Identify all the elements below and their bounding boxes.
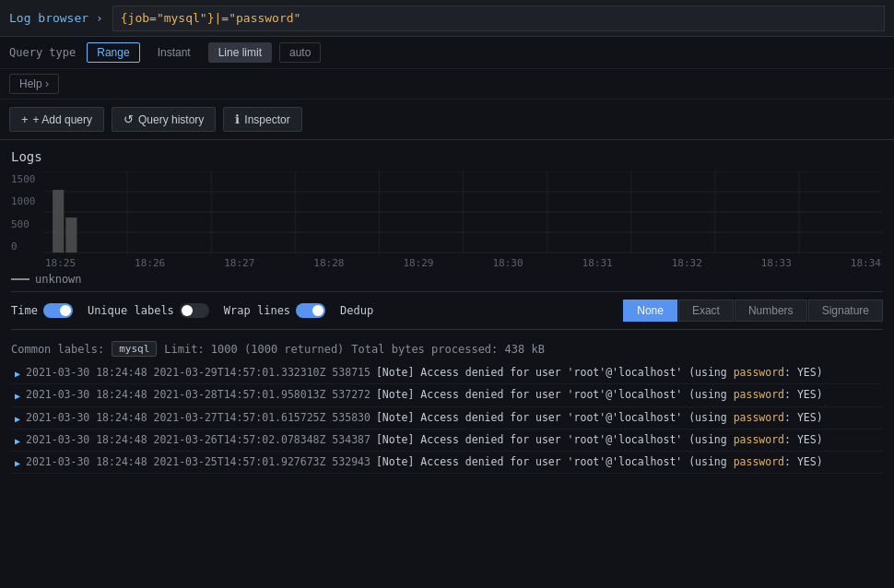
password-highlight: password (734, 433, 784, 446)
log-timestamp: 2021-03-30 18:24:48 2021-03-27T14:57:01.… (26, 410, 371, 426)
query-input[interactable] (112, 6, 885, 31)
time-label: Time (11, 304, 38, 317)
dedup-control: Dedup (340, 304, 373, 317)
log-browser-link[interactable]: Log browser › (9, 11, 103, 25)
chevron-right-icon: › (96, 11, 103, 25)
dedup-exact-button[interactable]: Exact (678, 300, 734, 322)
time-control: Time (11, 303, 73, 318)
add-query-button[interactable]: + + Add query (9, 107, 104, 132)
log-timestamp: 2021-03-30 18:24:48 2021-03-26T14:57:02.… (26, 432, 371, 448)
controls-row: Time Unique labels Wrap lines Dedup None… (11, 291, 883, 330)
log-expand-icon[interactable]: ▶ (15, 412, 20, 426)
unknown-legend: unknown (11, 273, 883, 286)
y-axis: 1500 1000 500 0 (11, 171, 43, 254)
mysql-badge: mysql (112, 341, 157, 357)
time-toggle[interactable] (43, 303, 73, 318)
log-body: [Note] Access denied for user 'root'@'lo… (376, 454, 879, 470)
log-row[interactable]: ▶ 2021-03-30 18:24:48 2021-03-27T14:57:0… (11, 407, 883, 429)
tab-range[interactable]: Range (87, 42, 139, 63)
wrap-lines-control: Wrap lines (224, 303, 325, 318)
wrap-lines-label: Wrap lines (224, 304, 290, 317)
bytes-text: Total bytes processed: 438 kB (351, 343, 545, 356)
log-timestamp: 2021-03-30 18:24:48 2021-03-28T14:57:01.… (26, 387, 371, 403)
query-type-label: Query type (9, 46, 76, 59)
password-highlight: password (734, 366, 784, 379)
main-content: Logs 1500 1000 500 0 (0, 140, 894, 483)
common-labels-label: Common labels: (11, 343, 104, 356)
log-timestamp: 2021-03-30 18:24:48 2021-03-29T14:57:01.… (26, 365, 371, 381)
log-body: [Note] Access denied for user 'root'@'lo… (376, 432, 879, 448)
query-type-row: Query type Range Instant Line limit auto (0, 37, 894, 69)
header-bar: Log browser › (0, 0, 894, 37)
legend-unknown-label: unknown (35, 273, 82, 286)
tab-line-limit[interactable]: Line limit (208, 42, 272, 63)
chart-area: 1500 1000 500 0 (11, 171, 883, 282)
inspector-button[interactable]: ℹ Inspector (223, 107, 301, 132)
limit-text: Limit: 1000 (1000 returned) (164, 343, 344, 356)
query-history-label: Query history (138, 113, 204, 126)
log-row[interactable]: ▶ 2021-03-30 18:24:48 2021-03-29T14:57:0… (11, 362, 883, 384)
chevron-right-icon-help: › (45, 77, 49, 90)
dedup-numbers-button[interactable]: Numbers (735, 300, 807, 322)
legend-dash-icon (11, 278, 29, 280)
dedup-buttons: None Exact Numbers Signature (623, 300, 883, 322)
password-highlight: password (734, 411, 784, 424)
password-highlight: password (734, 455, 784, 468)
unique-labels-toggle[interactable] (180, 303, 209, 318)
unique-labels-control: Unique labels (88, 303, 209, 318)
log-row[interactable]: ▶ 2021-03-30 18:24:48 2021-03-26T14:57:0… (11, 429, 883, 452)
tab-instant[interactable]: Instant (147, 42, 201, 63)
log-expand-icon[interactable]: ▶ (15, 434, 20, 448)
dedup-none-button[interactable]: None (623, 300, 677, 322)
history-icon: ↺ (124, 112, 134, 126)
log-timestamp: 2021-03-30 18:24:48 2021-03-25T14:57:01.… (26, 454, 371, 470)
log-rows: ▶ 2021-03-30 18:24:48 2021-03-29T14:57:0… (11, 362, 883, 474)
query-history-button[interactable]: ↺ Query history (112, 107, 216, 132)
log-browser-label: Log browser (9, 11, 88, 25)
svg-rect-15 (65, 218, 76, 253)
log-expand-icon[interactable]: ▶ (15, 456, 20, 470)
help-button[interactable]: Help › (9, 74, 59, 94)
dedup-label: Dedup (340, 304, 373, 317)
plus-icon: + (21, 112, 29, 126)
logs-title: Logs (11, 149, 883, 164)
inspector-label: Inspector (244, 113, 289, 126)
log-row[interactable]: ▶ 2021-03-30 18:24:48 2021-03-25T14:57:0… (11, 452, 883, 474)
log-body: [Note] Access denied for user 'root'@'lo… (376, 365, 879, 381)
info-bar: Common labels: mysql Limit: 1000 (1000 r… (11, 337, 883, 362)
log-body: [Note] Access denied for user 'root'@'lo… (376, 410, 879, 426)
info-icon: ℹ (235, 112, 240, 126)
log-expand-icon[interactable]: ▶ (15, 389, 20, 403)
password-highlight: password (734, 388, 784, 401)
unique-labels-label: Unique labels (88, 304, 174, 317)
wrap-lines-toggle[interactable] (296, 303, 325, 318)
action-bar: + + Add query ↺ Query history ℹ Inspecto… (0, 100, 894, 140)
dedup-signature-button[interactable]: Signature (808, 300, 883, 322)
chart-svg (43, 171, 883, 254)
svg-rect-14 (53, 190, 64, 253)
log-body: [Note] Access denied for user 'root'@'lo… (376, 387, 879, 403)
log-expand-icon[interactable]: ▶ (15, 367, 20, 381)
chart-x-labels: 18:25 18:26 18:27 18:28 18:29 18:30 18:3… (43, 257, 883, 269)
help-row: Help › (0, 69, 894, 100)
log-row[interactable]: ▶ 2021-03-30 18:24:48 2021-03-28T14:57:0… (11, 384, 883, 406)
chart-inner: 18:25 18:26 18:27 18:28 18:29 18:30 18:3… (43, 171, 883, 269)
tab-auto[interactable]: auto (279, 42, 321, 63)
add-query-label: + Add query (33, 113, 92, 126)
